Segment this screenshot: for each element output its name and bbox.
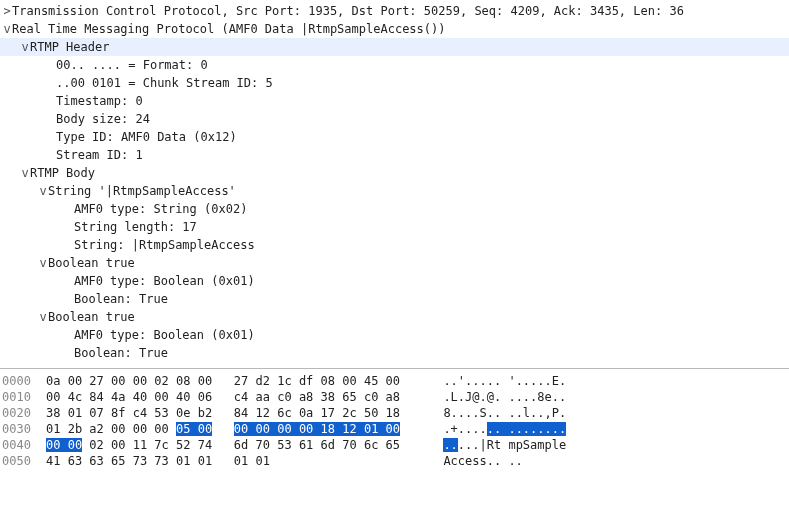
tree-row-rtmp-header[interactable]: v RTMP Header bbox=[0, 38, 789, 56]
hex-bytes: 0a 00 27 00 00 02 08 00 27 d2 1c df 08 0… bbox=[46, 373, 400, 389]
tree-row-rtmp-body[interactable]: v RTMP Body bbox=[0, 164, 789, 182]
hex-ascii: .....|Rt mpSample bbox=[443, 437, 566, 453]
hex-bytes: 38 01 07 8f c4 53 0e b2 84 12 6c 0a 17 2… bbox=[46, 405, 400, 421]
hex-offset: 0030 bbox=[2, 421, 46, 437]
field-format[interactable]: 00.. .... = Format: 0 bbox=[0, 56, 789, 74]
chevron-down-icon[interactable]: v bbox=[2, 20, 12, 38]
hex-ascii: Access.. .. bbox=[443, 453, 522, 469]
field-chunk-stream-id[interactable]: ..00 0101 = Chunk Stream ID: 5 bbox=[0, 74, 789, 92]
hex-bytes: 00 00 02 00 11 7c 52 74 6d 70 53 61 6d 7… bbox=[46, 437, 400, 453]
bool1-label: Boolean true bbox=[48, 254, 135, 272]
field-body-size[interactable]: Body size: 24 bbox=[0, 110, 789, 128]
field-stream-id[interactable]: Stream ID: 1 bbox=[0, 146, 789, 164]
tree-row-bool1[interactable]: v Boolean true bbox=[0, 254, 789, 272]
tree-row-bool2[interactable]: v Boolean true bbox=[0, 308, 789, 326]
hex-dump-pane: 0000 0a 00 27 00 00 02 08 00 27 d2 1c df… bbox=[0, 368, 789, 524]
hex-offset: 0050 bbox=[2, 453, 46, 469]
hex-offset: 0010 bbox=[2, 389, 46, 405]
rtmp-summary: Real Time Messaging Protocol (AMF0 Data … bbox=[12, 20, 445, 38]
highlighted-bytes: 05 00 bbox=[176, 422, 212, 436]
field-string-value[interactable]: String: |RtmpSampleAccess bbox=[0, 236, 789, 254]
field-string-length[interactable]: String length: 17 bbox=[0, 218, 789, 236]
packet-details-tree: > Transmission Control Protocol, Src Por… bbox=[0, 0, 789, 368]
field-bool1-amftype[interactable]: AMF0 type: Boolean (0x01) bbox=[0, 272, 789, 290]
hex-line-0030[interactable]: 0030 01 2b a2 00 00 00 05 00 00 00 00 00… bbox=[0, 421, 789, 437]
field-bool1-value[interactable]: Boolean: True bbox=[0, 290, 789, 308]
chevron-right-icon[interactable]: > bbox=[2, 2, 12, 20]
chevron-down-icon[interactable]: v bbox=[38, 254, 48, 272]
hex-offset: 0020 bbox=[2, 405, 46, 421]
hex-bytes: 41 63 63 65 73 73 01 01 01 01 bbox=[46, 453, 270, 469]
field-bool2-value[interactable]: Boolean: True bbox=[0, 344, 789, 362]
hex-offset: 0000 bbox=[2, 373, 46, 389]
hex-line-0050[interactable]: 0050 41 63 63 65 73 73 01 01 01 01 Acces… bbox=[0, 453, 789, 469]
hex-ascii: .+...... ........ bbox=[443, 421, 566, 437]
highlighted-bytes: 00 00 00 00 18 12 01 00 bbox=[234, 422, 400, 436]
hex-line-0010[interactable]: 0010 00 4c 84 4a 40 00 40 06 c4 aa c0 a8… bbox=[0, 389, 789, 405]
hex-line-0020[interactable]: 0020 38 01 07 8f c4 53 0e b2 84 12 6c 0a… bbox=[0, 405, 789, 421]
hex-bytes: 01 2b a2 00 00 00 05 00 00 00 00 00 18 1… bbox=[46, 421, 400, 437]
field-type-id[interactable]: Type ID: AMF0 Data (0x12) bbox=[0, 128, 789, 146]
highlighted-ascii: .. bbox=[443, 438, 457, 452]
hex-ascii: ..'..... '.....E. bbox=[443, 373, 566, 389]
highlighted-ascii: .. ........ bbox=[487, 422, 566, 436]
tree-row-string[interactable]: v String '|RtmpSampleAccess' bbox=[0, 182, 789, 200]
field-string-amftype[interactable]: AMF0 type: String (0x02) bbox=[0, 200, 789, 218]
chevron-down-icon[interactable]: v bbox=[20, 38, 30, 56]
tree-row-tcp[interactable]: > Transmission Control Protocol, Src Por… bbox=[0, 2, 789, 20]
field-bool2-amftype[interactable]: AMF0 type: Boolean (0x01) bbox=[0, 326, 789, 344]
highlighted-bytes: 00 00 bbox=[46, 438, 82, 452]
tcp-summary: Transmission Control Protocol, Src Port:… bbox=[12, 2, 684, 20]
chevron-down-icon[interactable]: v bbox=[20, 164, 30, 182]
hex-ascii: .L.J@.@. ....8e.. bbox=[443, 389, 566, 405]
field-timestamp[interactable]: Timestamp: 0 bbox=[0, 92, 789, 110]
hex-line-0000[interactable]: 0000 0a 00 27 00 00 02 08 00 27 d2 1c df… bbox=[0, 373, 789, 389]
hex-offset: 0040 bbox=[2, 437, 46, 453]
hex-line-0040[interactable]: 0040 00 00 02 00 11 7c 52 74 6d 70 53 61… bbox=[0, 437, 789, 453]
rtmp-header-label: RTMP Header bbox=[30, 38, 109, 56]
bool2-label: Boolean true bbox=[48, 308, 135, 326]
tree-row-rtmp[interactable]: v Real Time Messaging Protocol (AMF0 Dat… bbox=[0, 20, 789, 38]
string-label: String '|RtmpSampleAccess' bbox=[48, 182, 236, 200]
chevron-down-icon[interactable]: v bbox=[38, 182, 48, 200]
chevron-down-icon[interactable]: v bbox=[38, 308, 48, 326]
rtmp-body-label: RTMP Body bbox=[30, 164, 95, 182]
hex-bytes: 00 4c 84 4a 40 00 40 06 c4 aa c0 a8 38 6… bbox=[46, 389, 400, 405]
hex-ascii: 8....S.. ..l..,P. bbox=[443, 405, 566, 421]
